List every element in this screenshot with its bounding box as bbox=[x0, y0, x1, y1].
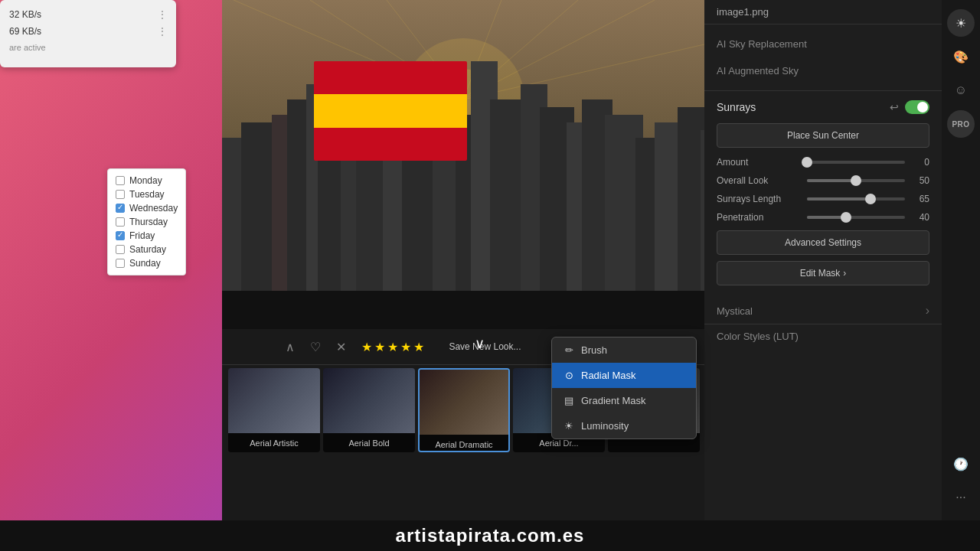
preset-label-3: Aerial Dramatic bbox=[420, 435, 508, 452]
checkbox-thursday[interactable] bbox=[116, 217, 125, 227]
dropdown-brush[interactable]: ✏ Brush bbox=[552, 337, 696, 363]
star-4[interactable]: ★ bbox=[400, 340, 411, 354]
svg-rect-34 bbox=[222, 291, 704, 329]
sunrays-reset-btn[interactable]: ↩ bbox=[890, 101, 899, 113]
sunrays-toggle[interactable] bbox=[905, 100, 929, 114]
slider-length-value: 65 bbox=[911, 194, 929, 204]
edit-mask-dropdown: ✏ Brush ⊙ Radial Mask ▤ Gradient Mask ☀ … bbox=[551, 337, 697, 439]
star-5[interactable]: ★ bbox=[413, 340, 424, 354]
days-panel: Monday Tuesday Wednesday Thursday Friday… bbox=[107, 168, 186, 276]
preset-aerial-dramatic[interactable]: Aerial Dramatic bbox=[418, 368, 510, 452]
flag-overlay bbox=[314, 61, 467, 161]
dropdown-brush-label: Brush bbox=[581, 344, 607, 356]
slider-overall-look: Overall Look 50 bbox=[717, 175, 929, 186]
dropdown-radial-mask[interactable]: ⊙ Radial Mask bbox=[552, 363, 696, 388]
active-label: are active bbox=[0, 40, 176, 55]
right-panel: ☀ 🎨 ☺ PRO 🕐 ··· image1.png AI Sky Replac… bbox=[704, 0, 980, 520]
slider-amount: Amount 0 bbox=[717, 157, 929, 168]
x-icon[interactable]: ✕ bbox=[336, 340, 346, 354]
preset-aerial-artistic[interactable]: Aerial Artistic bbox=[228, 368, 320, 452]
face-icon-btn[interactable]: ☺ bbox=[947, 77, 975, 104]
slider-length-label: Sunrays Length bbox=[717, 194, 801, 204]
right-sidebar: ☀ 🎨 ☺ PRO 🕐 ··· bbox=[942, 0, 980, 520]
radial-mask-icon: ⊙ bbox=[563, 370, 575, 381]
day-friday[interactable]: Friday bbox=[116, 229, 178, 243]
dropdown-luminosity-label: Luminosity bbox=[581, 420, 629, 432]
preset-aerial-bold[interactable]: Aerial Bold bbox=[323, 368, 415, 452]
sunrays-title: Sunrays bbox=[717, 101, 756, 113]
checkbox-monday[interactable] bbox=[116, 176, 125, 185]
brush-icon: ✏ bbox=[563, 344, 575, 356]
nav-augmented-sky[interactable]: AI Augmented Sky bbox=[704, 57, 942, 84]
slider-penetration: Penetration 40 bbox=[717, 212, 929, 223]
star-2[interactable]: ★ bbox=[374, 340, 385, 354]
watermark-bar: artistapirata.com.es bbox=[0, 520, 980, 551]
day-tuesday[interactable]: Tuesday bbox=[116, 187, 178, 201]
color-styles-section[interactable]: Color Styles (LUT) bbox=[704, 324, 942, 348]
luminosity-icon: ☀ bbox=[563, 420, 575, 432]
checkbox-saturday[interactable] bbox=[116, 245, 125, 254]
mystical-section[interactable]: Mystical › bbox=[704, 298, 942, 324]
more-icon-btn[interactable]: ··· bbox=[947, 484, 975, 511]
day-thursday[interactable]: Thursday bbox=[116, 215, 178, 229]
slider-amount-value: 0 bbox=[911, 157, 929, 168]
label-friday: Friday bbox=[129, 230, 155, 241]
slider-penetration-label: Penetration bbox=[717, 212, 801, 223]
slider-amount-track[interactable] bbox=[807, 161, 905, 164]
right-panel-header: image1.png bbox=[704, 0, 942, 24]
slider-length-track[interactable] bbox=[807, 197, 905, 201]
expand-arrow[interactable]: ∨ bbox=[475, 335, 485, 352]
slider-penetration-track[interactable] bbox=[807, 216, 905, 219]
preset-label-2: Aerial Bold bbox=[323, 433, 415, 452]
edit-mask-chevron: › bbox=[843, 268, 846, 279]
slider-overall-label: Overall Look bbox=[717, 175, 801, 186]
dropdown-gradient-label: Gradient Mask bbox=[581, 395, 646, 406]
save-look-button[interactable]: Save New Look... bbox=[439, 338, 530, 355]
palette-icon-btn[interactable]: 🎨 bbox=[947, 43, 975, 70]
slider-amount-label: Amount bbox=[717, 157, 801, 168]
day-wednesday[interactable]: Wednesday bbox=[116, 201, 178, 215]
mystical-arrow-icon: › bbox=[926, 304, 929, 318]
star-1[interactable]: ★ bbox=[361, 340, 372, 354]
preset-thumb-1 bbox=[228, 368, 320, 433]
star-3[interactable]: ★ bbox=[387, 340, 398, 354]
checkbox-tuesday[interactable] bbox=[116, 190, 125, 199]
edit-mask-label: Edit Mask bbox=[800, 268, 841, 279]
label-sunday: Sunday bbox=[129, 258, 161, 269]
star-rating[interactable]: ★ ★ ★ ★ ★ bbox=[361, 340, 424, 354]
left-panel: 32 KB/s ⋮ 69 KB/s ⋮ are active Monday Tu… bbox=[0, 0, 222, 520]
slider-sunrays-length: Sunrays Length 65 bbox=[717, 194, 929, 204]
file-manager: 32 KB/s ⋮ 69 KB/s ⋮ are active bbox=[0, 0, 176, 67]
watermark-text: artistapirata.com.es bbox=[396, 525, 585, 546]
checkbox-wednesday[interactable] bbox=[116, 204, 125, 213]
advanced-settings-btn[interactable]: Advanced Settings bbox=[717, 230, 929, 255]
dropdown-luminosity[interactable]: ☀ Luminosity bbox=[552, 413, 696, 439]
day-sunday[interactable]: Sunday bbox=[116, 256, 178, 270]
heart-icon[interactable]: ♡ bbox=[310, 340, 321, 354]
up-arrow-icon[interactable]: ∧ bbox=[286, 340, 295, 354]
slider-overall-track[interactable] bbox=[807, 179, 905, 182]
checkbox-sunday[interactable] bbox=[116, 259, 125, 268]
nav-sky-replacement[interactable]: AI Sky Replacement bbox=[704, 31, 942, 57]
nav-items: AI Sky Replacement AI Augmented Sky bbox=[704, 24, 942, 91]
gradient-mask-icon: ▤ bbox=[563, 395, 575, 406]
day-monday[interactable]: Monday bbox=[116, 174, 178, 187]
sunrays-section: Sunrays ↩ Place Sun Center Amount 0 bbox=[704, 91, 942, 298]
file-value-1: 32 KB/s bbox=[9, 9, 41, 20]
dropdown-gradient-mask[interactable]: ▤ Gradient Mask bbox=[552, 388, 696, 413]
edit-mask-btn[interactable]: Edit Mask › bbox=[717, 261, 929, 285]
dropdown-radial-label: Radial Mask bbox=[581, 370, 636, 381]
checkbox-friday[interactable] bbox=[116, 231, 125, 240]
file-menu-2[interactable]: ⋮ bbox=[158, 26, 167, 37]
label-monday: Monday bbox=[129, 175, 162, 186]
label-tuesday: Tuesday bbox=[129, 189, 165, 200]
file-menu-1[interactable]: ⋮ bbox=[158, 9, 167, 20]
history-icon-btn[interactable]: 🕐 bbox=[947, 450, 975, 478]
image-area: ∧ ♡ ✕ ★ ★ ★ ★ ★ Save New Look... Reset A… bbox=[222, 0, 704, 520]
city-image bbox=[222, 0, 704, 329]
sunrays-controls: ↩ bbox=[890, 100, 929, 114]
color-styles-label: Color Styles (LUT) bbox=[717, 331, 799, 342]
day-saturday[interactable]: Saturday bbox=[116, 243, 178, 256]
place-sun-btn[interactable]: Place Sun Center bbox=[717, 123, 929, 148]
sun-icon-btn[interactable]: ☀ bbox=[947, 9, 975, 37]
